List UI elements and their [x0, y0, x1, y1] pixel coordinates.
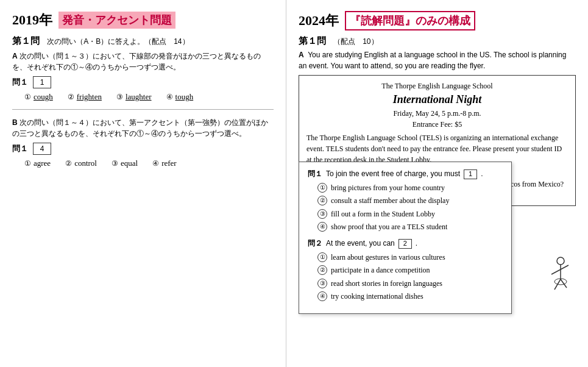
popup-q2-opt2: ② participate in a dance competition	[317, 265, 503, 276]
left-panel: 2019年 発音・アクセント問題 第１問 次の問い（A・B）に答えよ。（配点 1…	[0, 0, 286, 367]
option-b1: ① agree	[24, 159, 51, 168]
section-b-instruction: B 次の問い（問１～４）において、第一アクセント（第一強勢）の位置がほかの三つと…	[12, 117, 274, 139]
right-year-row: 2024年 『読解問題』のみの構成	[299, 11, 576, 30]
flyer-fee: Entrance Fee: $5	[306, 119, 568, 130]
right-year: 2024年	[299, 12, 339, 30]
dancer-figure	[539, 256, 570, 304]
mondai2-answer-box: 4	[33, 143, 51, 155]
popup-q1-answer: 1	[464, 169, 477, 179]
option-b4: ④ refer	[152, 159, 177, 168]
mondai2-row: 問１ 4	[12, 143, 274, 155]
flyer-body1: The Thorpe English Language School (TELS…	[306, 132, 568, 165]
option-1: ① cough	[24, 92, 53, 102]
popup-q2-opt4: ④ try cooking international dishes	[317, 291, 503, 302]
left-year: 2019年	[12, 11, 52, 29]
right-q1-label: 第１問 （配点 10）	[299, 35, 576, 47]
left-title: 発音・アクセント問題	[58, 12, 175, 29]
popup-q1-opt4: ④ show proof that you are a TELS student	[317, 221, 503, 233]
popup-q1-options: ① bring pictures from your home country …	[317, 182, 503, 233]
popup-q1-opt1: ① bring pictures from your home country	[317, 182, 503, 194]
right-panel: 2024年 『読解問題』のみの構成 第１問 （配点 10） A You are …	[286, 0, 588, 367]
right-section-a: A You are studying English at a language…	[299, 49, 576, 71]
flyer-event-title: International Night	[306, 91, 568, 108]
right-title: 『読解問題』のみの構成	[345, 11, 475, 30]
mondai1-row: 問１ 1	[12, 76, 274, 88]
popup-q2-answer: 2	[398, 239, 412, 249]
mondai1-answer-box: 1	[33, 76, 51, 88]
option-b2: ② control	[65, 159, 97, 168]
popup-q1-row: 問１ To join the event free of charge, you…	[308, 168, 503, 180]
popup-q2-opt3: ③ read short stories in foreign language…	[317, 278, 503, 290]
mondai2-options: ① agree ② control ③ equal ④ refer	[24, 159, 274, 168]
option-b3: ③ equal	[112, 159, 138, 168]
popup-q1-opt2: ② consult a staff member about the displ…	[317, 195, 503, 207]
option-2: ② frighten	[68, 92, 102, 102]
popup-q2-options: ① learn about gestures in various cultur…	[317, 252, 503, 302]
mondai1-options: ① cough ② frighten ③ laughter ④ tough	[24, 92, 274, 102]
popup-q2-row: 問２ At the event, you can 2 .	[308, 238, 503, 249]
section-a-instruction: A 次の問い（問１～３）において、下線部の発音がほかの三つと異なるものを、それぞ…	[12, 51, 274, 73]
svg-line-2	[551, 269, 561, 274]
left-q1-label: 第１問 次の問い（A・B）に答えよ。（配点 14）	[12, 35, 274, 47]
flyer-date: Friday, May 24, 5 p.m.-8 p.m.	[306, 108, 568, 119]
svg-point-0	[557, 257, 564, 265]
option-3: ③ laughter	[116, 92, 152, 102]
popup-overlay: 問１ To join the event free of charge, you…	[299, 162, 512, 314]
popup-q1-opt3: ③ fill out a form in the Student Lobby	[317, 208, 503, 220]
svg-line-3	[561, 265, 569, 269]
popup-q2-opt1: ① learn about gestures in various cultur…	[317, 252, 503, 263]
option-4: ④ tough	[166, 92, 194, 102]
flyer-school: The Thorpe English Language School	[306, 80, 568, 91]
